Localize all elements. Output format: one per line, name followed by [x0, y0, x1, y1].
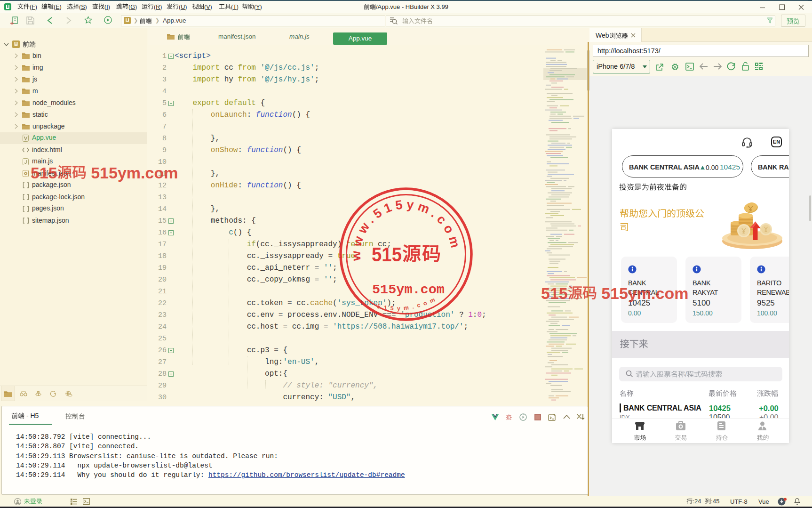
svg-text:515ym.com: 515ym.com [372, 282, 445, 298]
svg-text:515: 515 [372, 243, 402, 266]
